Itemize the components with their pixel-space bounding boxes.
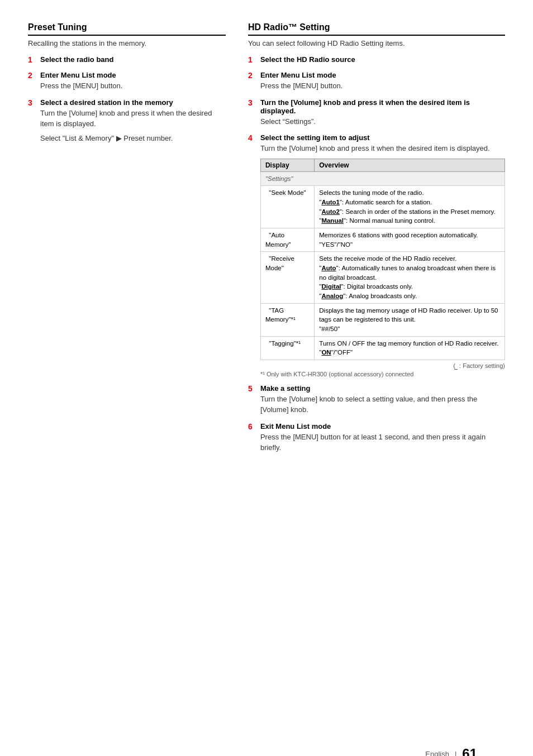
table-cell-overview-automemory: Memorizes 6 stations with good reception… xyxy=(315,228,505,251)
hd-step-5: 5 Make a setting Turn the [Volume] knob … xyxy=(248,384,505,415)
preset-step-1-number: 1 xyxy=(28,55,40,64)
hd-step-3-content: Turn the [Volume] knob and press it when… xyxy=(260,98,505,127)
hd-step-1-content: Select the HD Radio source xyxy=(260,55,505,64)
footer-page-number: 61 xyxy=(462,746,477,756)
hd-step-5-content: Make a setting Turn the [Volume] knob to… xyxy=(260,384,505,415)
preset-step-3-number: 3 xyxy=(28,98,40,107)
left-column: Preset Tuning Recalling the stations in … xyxy=(28,22,226,460)
preset-tuning-subtitle: Recalling the stations in the memory. xyxy=(28,39,226,47)
hd-radio-title: HD Radio™ Setting xyxy=(248,22,505,36)
hd-step-2: 2 Enter Menu List mode Press the [MENU] … xyxy=(248,71,505,92)
page-footer: English | 61 xyxy=(425,746,477,756)
factory-note: ( ̲ : Factory setting) xyxy=(260,362,505,370)
on-label: ON xyxy=(321,349,331,356)
hd-step-4-title: Select the setting item to adjust xyxy=(260,133,505,142)
table-cell-display-tagging: "Tagging"*¹ xyxy=(260,336,314,360)
hd-step-5-detail: Turn the [Volume] knob to select a setti… xyxy=(260,394,505,415)
table-group-row: "Settings" xyxy=(260,171,505,186)
preset-step-2: 2 Enter Menu List mode Press the [MENU] … xyxy=(28,71,226,92)
settings-table: Display Overview "Settings" "Seek Mode" xyxy=(260,159,505,360)
manual-label: Manual xyxy=(321,217,344,224)
hd-step-2-number: 2 xyxy=(248,71,260,80)
table-cell-display-seekmode: "Seek Mode" xyxy=(260,186,314,228)
footer-separator: | xyxy=(455,750,456,757)
table-row: "Tagging"*¹ Turns ON / OFF the tag memor… xyxy=(260,336,505,360)
preset-step-2-content: Enter Menu List mode Press the [MENU] bu… xyxy=(40,71,226,92)
auto1-label: Auto1 xyxy=(321,199,340,205)
table-header-display: Display xyxy=(260,159,314,171)
page-wrapper: Preset Tuning Recalling the stations in … xyxy=(28,22,505,756)
hd-step-3-title: Turn the [Volume] knob and press it when… xyxy=(260,98,505,115)
preset-step-3: 3 Select a desired station in the memory… xyxy=(28,98,226,144)
hd-radio-subtitle: You can select following HD Radio Settin… xyxy=(248,39,505,47)
table-row: "Receive Mode" Sets the receive mode of … xyxy=(260,252,505,303)
table-row: "Seek Mode" Selects the tuning mode of t… xyxy=(260,186,505,228)
preset-step-2-number: 2 xyxy=(28,71,40,80)
auto-label: Auto xyxy=(321,265,336,271)
hd-step-6-number: 6 xyxy=(248,422,260,431)
hd-step-1-title: Select the HD Radio source xyxy=(260,55,505,64)
preset-step-3-content: Select a desired station in the memory T… xyxy=(40,98,226,144)
preset-step-3-title: Select a desired station in the memory xyxy=(40,98,226,107)
preset-step-2-title: Enter Menu List mode xyxy=(40,71,226,79)
analog-label: Analog xyxy=(321,293,343,299)
preset-step-2-detail: Press the [MENU] button. xyxy=(40,80,226,92)
hd-step-4-content: Select the setting item to adjust Turn t… xyxy=(260,133,505,377)
right-column: HD Radio™ Setting You can select followi… xyxy=(248,22,505,460)
hd-step-3-detail: Select “Settings”. xyxy=(260,116,505,127)
hd-step-6-detail: Press the [MENU] button for at least 1 s… xyxy=(260,432,505,453)
hd-step-2-content: Enter Menu List mode Press the [MENU] bu… xyxy=(260,71,505,92)
table-cell-overview-seekmode: Selects the tuning mode of the radio. "A… xyxy=(315,186,505,228)
hd-step-2-title: Enter Menu List mode xyxy=(260,71,505,79)
preset-tuning-title: Preset Tuning xyxy=(28,22,226,36)
table-cell-overview-tagmemory: Displays the tag memory usage of HD Radi… xyxy=(315,303,505,336)
table-row: "TAG Memory"*¹ Displays the tag memory u… xyxy=(260,303,505,336)
hd-step-6-content: Exit Menu List mode Press the [MENU] but… xyxy=(260,422,505,453)
hd-step-6-title: Exit Menu List mode xyxy=(260,422,505,430)
hd-step-4-detail: Turn the [Volume] knob and press it when… xyxy=(260,143,505,154)
hd-step-2-detail: Press the [MENU] button. xyxy=(260,80,505,92)
footnote: *¹ Only with KTC-HR300 (optional accesso… xyxy=(260,371,505,377)
hd-step-4: 4 Select the setting item to adjust Turn… xyxy=(248,133,505,377)
preset-step-3-arrow: Select "List & Memory" ▶ Preset number. xyxy=(40,132,226,144)
preset-step-1-content: Select the radio band xyxy=(40,55,226,64)
table-cell-display-receivemode: "Receive Mode" xyxy=(260,252,314,303)
hd-step-5-title: Make a setting xyxy=(260,384,505,393)
preset-step-3-detail: Turn the [Volume] knob and press it when… xyxy=(40,108,226,130)
table-group-label: "Settings" xyxy=(260,171,505,186)
preset-step-3-arrow-text: Select "List & Memory" ▶ Preset number. xyxy=(40,133,173,144)
hd-step-1: 1 Select the HD Radio source xyxy=(248,55,505,64)
hd-step-3-number: 3 xyxy=(248,98,260,107)
hd-step-6: 6 Exit Menu List mode Press the [MENU] b… xyxy=(248,422,505,453)
table-row: "Auto Memory" Memorizes 6 stations with … xyxy=(260,228,505,251)
table-cell-overview-receivemode: Sets the receive mode of the HD Radio re… xyxy=(315,252,505,303)
preset-step-1: 1 Select the radio band xyxy=(28,55,226,64)
hd-step-5-number: 5 xyxy=(248,384,260,393)
hd-step-4-number: 4 xyxy=(248,133,260,142)
footer-language: English xyxy=(425,750,449,757)
page-layout: Preset Tuning Recalling the stations in … xyxy=(28,22,505,460)
hd-step-1-number: 1 xyxy=(248,55,260,64)
table-cell-overview-tagging: Turns ON / OFF the tag memory function o… xyxy=(315,336,505,360)
table-cell-display-tagmemory: "TAG Memory"*¹ xyxy=(260,303,314,336)
table-cell-display-automemory: "Auto Memory" xyxy=(260,228,314,251)
preset-step-1-title: Select the radio band xyxy=(40,55,226,64)
table-header-overview: Overview xyxy=(315,159,505,171)
auto2-label: Auto2 xyxy=(321,208,340,215)
hd-step-3: 3 Turn the [Volume] knob and press it wh… xyxy=(248,98,505,127)
digital-label: Digital xyxy=(321,283,341,290)
